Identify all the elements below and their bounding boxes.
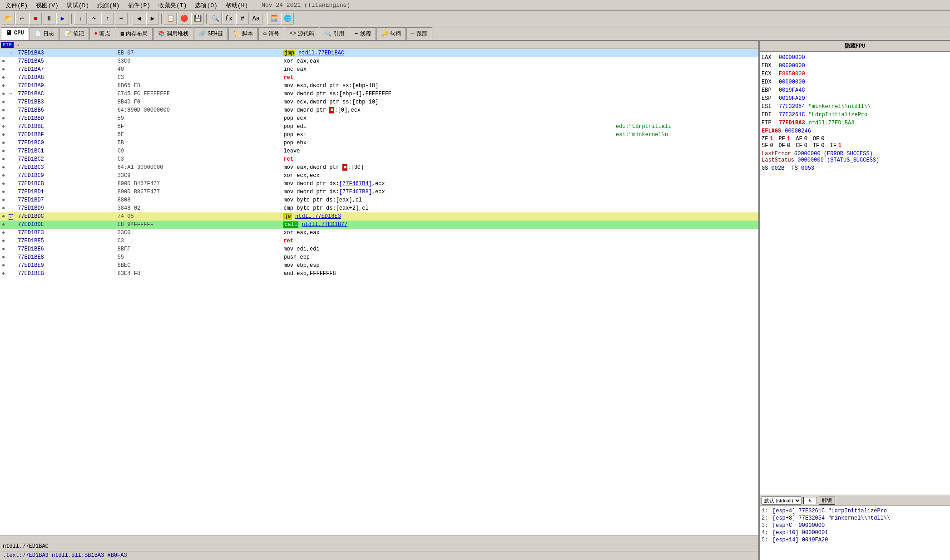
next-btn[interactable]: ▶: [146, 13, 159, 25]
reg-value[interactable]: 77E3261C: [779, 112, 805, 118]
disasm-row[interactable]: ● 77ED1BA7 40 inc eax: [0, 65, 758, 74]
calc-btn[interactable]: 🧮: [267, 13, 280, 25]
cs-content[interactable]: [esp+4] 77E3261C "LdrpInitializePro: [772, 508, 887, 515]
disasm-row[interactable]: → 77ED1BA3 EB 07 jmp ntdll.77ED1BAC: [0, 49, 758, 57]
flag-if[interactable]: IF 1: [830, 142, 841, 149]
tab-source[interactable]: <> 源代码: [285, 27, 319, 40]
reg-value[interactable]: 77ED1BA3: [779, 120, 805, 126]
tab-cpu[interactable]: 🖥 CPU: [1, 27, 29, 40]
disasm-row[interactable]: ● 77ED1BE3 33C0 xor eax,eax: [0, 229, 758, 237]
disasm-row[interactable]: ● ↓ 77ED1BDC 74 05 je ntdll.77ED18E3: [0, 212, 758, 221]
step-over-btn[interactable]: ↷: [88, 13, 100, 25]
stdcall-select[interactable]: 默认 (stdcall): [762, 496, 802, 505]
disasm-hscroll[interactable]: [0, 535, 758, 542]
log-btn[interactable]: 📋: [164, 13, 177, 25]
pause-btn[interactable]: ⏸: [43, 13, 55, 25]
row-addr[interactable]: 77ED1BBD: [16, 114, 115, 123]
tab-memory-layout[interactable]: ▦ 内存布局: [116, 27, 153, 40]
row-addr[interactable]: 77ED1BE9: [16, 261, 115, 270]
tab-handles[interactable]: 🔑 句柄: [376, 27, 406, 40]
row-addr[interactable]: 77ED1BD1: [16, 188, 115, 196]
menu-file[interactable]: 文件(F): [2, 0, 31, 10]
menu-debug[interactable]: 调试(D): [63, 0, 93, 10]
tab-log[interactable]: 📄 日志: [30, 27, 59, 40]
disasm-row[interactable]: ● 77ED1BC3 64:A1 30000000 mov eax,dword …: [0, 163, 758, 172]
tab-trace[interactable]: ↩ 跟踪: [406, 27, 432, 40]
disasm-row[interactable]: ● 77ED1BB3 8B4D F0 mov ecx,dword ptr ss:…: [0, 98, 758, 106]
restart-btn[interactable]: ↩: [15, 13, 28, 25]
disasm-row[interactable]: ● 77ED1BC9 33C9 xor ecx,ecx: [0, 172, 758, 180]
row-addr[interactable]: 77ED1BC0: [16, 139, 115, 147]
row-addr[interactable]: 77ED1BE3: [16, 229, 115, 237]
reg-value[interactable]: 00000000: [779, 63, 805, 69]
disasm-row[interactable]: ● 77ED1BC0 5B pop ebx: [0, 139, 758, 147]
reg-value[interactable]: 00000000: [779, 79, 805, 85]
tab-notes[interactable]: 📝 笔记: [59, 27, 89, 40]
menu-trace[interactable]: 跟踪(N): [94, 0, 123, 10]
menu-view[interactable]: 视图(V): [32, 0, 62, 10]
row-addr[interactable]: 77ED1BCB: [16, 180, 115, 188]
flag-zf[interactable]: ZF 1: [762, 136, 773, 142]
cs-content[interactable]: [esp+C] 00000000: [772, 522, 825, 530]
fs-value[interactable]: 0053: [801, 165, 814, 172]
disasm-row[interactable]: ● → 77ED1BAC C745 FC FEFFFFFF mov dword …: [0, 90, 758, 98]
reg-value[interactable]: 77E32054: [779, 103, 805, 110]
disasm-row[interactable]: ● 77ED1BBF 5E pop esi esi:"minkernel\n: [0, 131, 758, 139]
row-addr[interactable]: 77ED1BB3: [16, 98, 115, 106]
disasm-row[interactable]: ● 77ED1BD9 3848 02 cmp byte ptr ds:[eax+…: [0, 204, 758, 212]
tab-breakpoints[interactable]: ● 断点: [89, 27, 115, 40]
row-addr[interactable]: 77ED1BD9: [16, 204, 115, 212]
step-out-btn[interactable]: ↑: [101, 13, 114, 25]
mem-btn[interactable]: 💾: [191, 13, 204, 25]
run-btn[interactable]: ▶: [56, 13, 69, 25]
prev-btn[interactable]: ◀: [133, 13, 145, 25]
disasm-row[interactable]: ● 77ED1BE5 C3 ret: [0, 237, 758, 245]
row-addr[interactable]: 77ED1BA8: [16, 74, 115, 82]
gs-value[interactable]: 002B: [772, 165, 785, 172]
step-into-btn[interactable]: ↓: [74, 13, 87, 25]
disasm-row[interactable]: ● 77ED1BEB 83E4 F8 and esp,FFFFFFF8: [0, 270, 758, 278]
cs-content[interactable]: [esp+10] 00000001: [772, 530, 828, 537]
disasm-row[interactable]: ● 77ED1BE8 55 push ebp: [0, 253, 758, 261]
row-addr[interactable]: 77ED1BDC: [16, 212, 115, 221]
flag-sf[interactable]: SF 0: [762, 142, 773, 149]
menu-help[interactable]: 帮助(H): [222, 0, 252, 10]
row-addr[interactable]: 77ED1BE8: [16, 253, 115, 261]
disasm-row[interactable]: ● 77ED1BA9 8B65 E8 mov esp,dword ptr ss:…: [0, 82, 758, 90]
net-btn[interactable]: 🌐: [281, 13, 294, 25]
row-addr[interactable]: 77ED1BE6: [16, 245, 115, 253]
open-btn[interactable]: 📂: [2, 13, 15, 25]
flag-tf[interactable]: TF 0: [813, 142, 825, 149]
disasm-row[interactable]: ● 77ED1BBD 59 pop ecx: [0, 114, 758, 123]
tab-seh[interactable]: 🔗 SEH链: [194, 27, 228, 40]
hash-btn[interactable]: #: [236, 13, 249, 25]
disasm-row[interactable]: ● 77ED1BC2 C3 ret: [0, 155, 758, 163]
bp-btn[interactable]: 🔴: [178, 13, 190, 25]
row-addr[interactable]: 77ED1BA3: [16, 49, 115, 57]
row-addr[interactable]: 77ED1BDE: [16, 221, 115, 229]
disasm-row[interactable]: ● 77ED1BE9 8BEC mov ebp,esp: [0, 261, 758, 270]
disasm-row[interactable]: ● 77ED1BCB 890D B467F477 mov dword ptr d…: [0, 180, 758, 188]
find-btn[interactable]: 🔍: [209, 13, 222, 25]
tab-script[interactable]: 📜 脚本: [228, 27, 258, 40]
reg-value[interactable]: 00000000: [779, 54, 805, 61]
eflags-value[interactable]: 00000246: [785, 128, 811, 134]
flag-of[interactable]: OF 0: [813, 136, 825, 142]
disasm-row[interactable]: ● 77ED1BB6 64:890D 00000000 mov dword pt…: [0, 106, 758, 114]
disasm-row[interactable]: ● 77ED1BE6 8BFF mov edi,edi: [0, 245, 758, 253]
disasm-row[interactable]: ● 77ED1BDE E8 94FFFFFF call ntdll.77ED1B…: [0, 221, 758, 229]
row-addr[interactable]: 77ED1BA5: [16, 57, 115, 65]
disasm-row[interactable]: ● 77ED1BA8 C3 ret: [0, 74, 758, 82]
tab-threads[interactable]: ➡ 线程: [350, 27, 376, 40]
row-addr[interactable]: 77ED1BBF: [16, 131, 115, 139]
tab-ref[interactable]: 🔍 引用: [320, 27, 349, 40]
row-addr[interactable]: 77ED1BAC: [16, 90, 115, 98]
stop-btn[interactable]: ■: [29, 13, 42, 25]
disasm-row[interactable]: ● 77ED1BD1 890D B867F477 mov dword ptr d…: [0, 188, 758, 196]
disasm-row[interactable]: ● 77ED1BBE 5F pop edi edi:"LdrpInitiali: [0, 123, 758, 131]
row-addr[interactable]: 77ED1BC3: [16, 163, 115, 172]
refs-btn[interactable]: fx: [223, 13, 235, 25]
row-addr[interactable]: 77ED1BEB: [16, 270, 115, 278]
disasm-row[interactable]: ● 77ED1BD7 8808 mov byte ptr ds:[eax],cl: [0, 196, 758, 204]
cs-content[interactable]: [esp+14] 0019FA20: [772, 537, 828, 544]
